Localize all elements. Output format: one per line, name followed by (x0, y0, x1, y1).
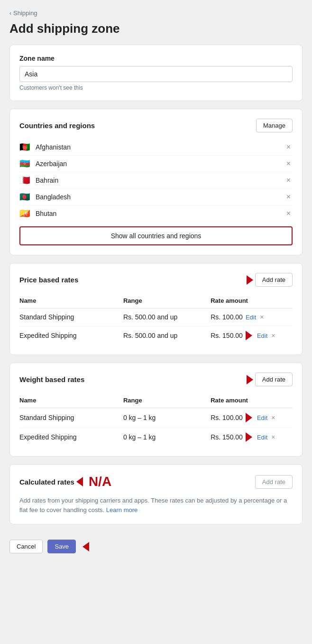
bottom-actions: Cancel Save (9, 532, 303, 553)
rate-range: 0 kg – 1 kg (123, 408, 211, 428)
countries-card: Countries and regions Manage 🇦🇫 Afghanis… (9, 109, 303, 255)
list-item: 🇧🇭 Bahrain × (19, 172, 293, 189)
show-all-countries-button[interactable]: Show all countries and regions (19, 226, 293, 245)
rate-actions: Rs. 100.00 Edit × (211, 408, 293, 428)
remove-country-button[interactable]: × (284, 143, 293, 151)
weight-rates-header: Weight based rates Add rate (19, 373, 293, 386)
col-range: Range (123, 293, 211, 308)
learn-more-link[interactable]: Learn more (106, 506, 138, 513)
price-rates-header: Price based rates Add rate (19, 273, 293, 287)
weight-add-rate-button[interactable]: Add rate (255, 373, 293, 386)
manage-button[interactable]: Manage (256, 119, 293, 132)
cancel-button[interactable]: Cancel (9, 540, 43, 553)
country-name: Bangladesh (36, 193, 280, 201)
save-button[interactable]: Save (47, 540, 76, 553)
rate-range: Rs. 500.00 and up (123, 308, 211, 327)
table-row: Standard Shipping 0 kg – 1 kg Rs. 100.00… (19, 408, 293, 428)
col-rate: Rate amount (211, 393, 293, 408)
zone-name-label: Zone name (19, 55, 293, 62)
country-name: Bhutan (36, 210, 280, 217)
zone-name-helper: Customers won't see this (19, 84, 293, 91)
na-label: N/A (89, 474, 111, 489)
rate-amount: Rs. 150.00 (211, 332, 243, 339)
list-item: 🇦🇿 Azerbaijan × (19, 156, 293, 172)
rate-range: Rs. 500.00 and up (123, 326, 211, 345)
rate-name: Expedited Shipping (19, 326, 123, 345)
calculated-add-rate-button[interactable]: Add rate (255, 475, 293, 489)
rate-name: Standard Shipping (19, 408, 123, 428)
rate-range: 0 kg – 1 kg (123, 428, 211, 447)
price-based-rates-card: Price based rates Add rate Name Range Ra… (9, 263, 303, 355)
list-item: 🇧🇹 Bhutan × (19, 205, 293, 222)
table-row: Expedited Shipping Rs. 500.00 and up Rs.… (19, 326, 293, 345)
arrow-right-icon (247, 275, 253, 285)
arrow-right-icon (247, 375, 253, 384)
flag-icon: 🇦🇫 (19, 143, 31, 151)
arrow-right-icon (246, 413, 252, 422)
arrow-left-icon (76, 477, 83, 486)
rate-name: Standard Shipping (19, 308, 123, 327)
arrow-right-icon (246, 331, 252, 340)
rate-amount: Rs. 100.00 (211, 313, 243, 321)
rate-actions: Rs. 150.00 Edit × (211, 326, 293, 345)
calculated-description: Add rates from your shipping carriers an… (19, 496, 293, 514)
country-name: Bahrain (36, 177, 280, 184)
price-rates-title: Price based rates (19, 276, 78, 284)
edit-rate-link[interactable]: Edit (257, 414, 267, 421)
flag-icon: 🇧🇭 (19, 176, 31, 185)
country-name: Afghanistan (36, 143, 280, 151)
col-rate: Rate amount (211, 293, 293, 308)
weight-rates-title: Weight based rates (19, 375, 84, 383)
calculated-rates-card: Calculated rates N/A Add rate Add rates … (9, 464, 303, 524)
rate-name: Expedited Shipping (19, 428, 123, 447)
save-arrow-icon (83, 542, 89, 551)
price-rates-table: Name Range Rate amount Standard Shipping… (19, 293, 293, 345)
weight-based-rates-card: Weight based rates Add rate Name Range R… (9, 363, 303, 457)
weight-rates-table: Name Range Rate amount Standard Shipping… (19, 393, 293, 447)
remove-rate-button[interactable]: × (259, 313, 265, 321)
col-range: Range (123, 393, 211, 408)
remove-country-button[interactable]: × (284, 210, 293, 217)
country-name: Azerbaijan (36, 160, 280, 168)
remove-rate-button[interactable]: × (270, 414, 276, 421)
remove-country-button[interactable]: × (284, 177, 293, 184)
edit-rate-link[interactable]: Edit (257, 434, 267, 441)
list-item: 🇧🇩 Bangladesh × (19, 189, 293, 205)
rate-amount: Rs. 100.00 (211, 414, 243, 421)
remove-rate-button[interactable]: × (270, 332, 276, 339)
countries-header: Countries and regions Manage (19, 119, 293, 132)
countries-title: Countries and regions (19, 121, 95, 130)
flag-icon: 🇧🇹 (19, 209, 31, 218)
remove-rate-button[interactable]: × (270, 433, 276, 441)
calculated-title-group: Calculated rates N/A (19, 474, 111, 489)
breadcrumb[interactable]: ‹ Shipping (9, 9, 303, 17)
rate-actions: Rs. 150.00 Edit × (211, 428, 293, 447)
price-add-rate-wrapper: Add rate (247, 273, 293, 287)
country-list: 🇦🇫 Afghanistan × 🇦🇿 Azerbaijan × 🇧🇭 Bahr… (19, 139, 293, 222)
remove-country-button[interactable]: × (284, 193, 293, 201)
table-row: Expedited Shipping 0 kg – 1 kg Rs. 150.0… (19, 428, 293, 447)
calculated-rates-title: Calculated rates (19, 478, 74, 486)
edit-rate-link[interactable]: Edit (246, 314, 256, 321)
table-row: Standard Shipping Rs. 500.00 and up Rs. … (19, 308, 293, 327)
flag-icon: 🇧🇩 (19, 193, 31, 201)
weight-add-rate-wrapper: Add rate (247, 373, 293, 386)
breadcrumb-label: Shipping (13, 9, 37, 17)
zone-name-card: Zone name Customers won't see this (9, 45, 303, 101)
edit-rate-link[interactable]: Edit (257, 332, 267, 339)
back-arrow-icon: ‹ (9, 10, 11, 17)
flag-icon: 🇦🇿 (19, 159, 31, 168)
price-add-rate-button[interactable]: Add rate (255, 273, 293, 287)
rate-actions: Rs. 100.00 Edit × (211, 308, 293, 326)
col-name: Name (19, 293, 123, 308)
remove-country-button[interactable]: × (284, 160, 293, 168)
calculated-rates-header: Calculated rates N/A Add rate (19, 474, 293, 489)
col-name: Name (19, 393, 123, 408)
rate-amount: Rs. 150.00 (211, 433, 243, 441)
zone-name-input[interactable] (19, 66, 293, 82)
list-item: 🇦🇫 Afghanistan × (19, 139, 293, 156)
arrow-right-icon (246, 432, 252, 442)
page-title: Add shipping zone (9, 21, 303, 36)
